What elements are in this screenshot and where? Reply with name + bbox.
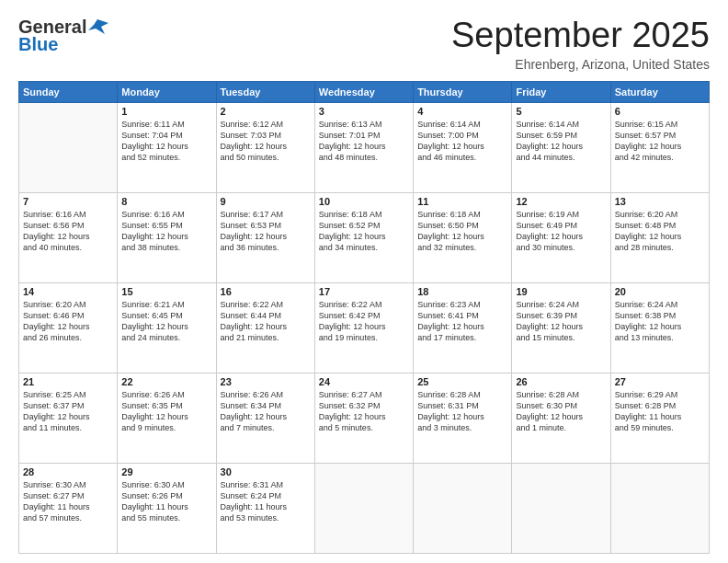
day-number: 19 (516, 286, 606, 297)
table-row: 13Sunrise: 6:20 AM Sunset: 6:48 PM Dayli… (610, 192, 709, 282)
day-info: Sunrise: 6:26 AM Sunset: 6:34 PM Dayligh… (221, 389, 311, 434)
day-info: Sunrise: 6:22 AM Sunset: 6:44 PM Dayligh… (221, 299, 311, 344)
day-number: 27 (615, 376, 705, 387)
day-info: Sunrise: 6:14 AM Sunset: 6:59 PM Dayligh… (516, 119, 606, 164)
col-tuesday: Tuesday (216, 81, 314, 102)
table-row: 5Sunrise: 6:14 AM Sunset: 6:59 PM Daylig… (512, 102, 610, 192)
table-row: 6Sunrise: 6:15 AM Sunset: 6:57 PM Daylig… (610, 102, 709, 192)
day-info: Sunrise: 6:18 AM Sunset: 6:50 PM Dayligh… (417, 209, 507, 254)
day-info: Sunrise: 6:28 AM Sunset: 6:31 PM Dayligh… (417, 389, 507, 434)
day-info: Sunrise: 6:20 AM Sunset: 6:48 PM Dayligh… (615, 209, 705, 254)
table-row (610, 463, 709, 553)
day-number: 18 (417, 286, 507, 297)
calendar-week-row: 21Sunrise: 6:25 AM Sunset: 6:37 PM Dayli… (19, 373, 710, 463)
day-number: 12 (516, 196, 606, 207)
col-thursday: Thursday (414, 81, 512, 102)
day-number: 1 (121, 106, 211, 117)
day-number: 25 (417, 376, 507, 387)
header: General Blue September 2025 Ehrenberg, A… (18, 17, 710, 72)
day-info: Sunrise: 6:13 AM Sunset: 7:01 PM Dayligh… (319, 119, 409, 164)
day-number: 26 (516, 376, 606, 387)
day-number: 5 (516, 106, 606, 117)
logo: General Blue (18, 17, 108, 55)
col-saturday: Saturday (610, 81, 709, 102)
table-row: 23Sunrise: 6:26 AM Sunset: 6:34 PM Dayli… (216, 373, 314, 463)
day-number: 23 (221, 376, 311, 387)
day-number: 10 (319, 196, 409, 207)
day-info: Sunrise: 6:27 AM Sunset: 6:32 PM Dayligh… (319, 389, 409, 434)
calendar-week-row: 1Sunrise: 6:11 AM Sunset: 7:04 PM Daylig… (19, 102, 710, 192)
day-info: Sunrise: 6:22 AM Sunset: 6:42 PM Dayligh… (319, 299, 409, 344)
table-row: 12Sunrise: 6:19 AM Sunset: 6:49 PM Dayli… (512, 192, 610, 282)
day-info: Sunrise: 6:20 AM Sunset: 6:46 PM Dayligh… (23, 299, 113, 344)
day-info: Sunrise: 6:30 AM Sunset: 6:26 PM Dayligh… (121, 479, 211, 524)
day-info: Sunrise: 6:25 AM Sunset: 6:37 PM Dayligh… (23, 389, 113, 434)
table-row (19, 102, 118, 192)
logo-bird-icon (88, 17, 108, 34)
day-number: 28 (23, 466, 113, 477)
day-number: 6 (615, 106, 705, 117)
day-number: 22 (121, 376, 211, 387)
day-number: 30 (221, 466, 311, 477)
day-info: Sunrise: 6:18 AM Sunset: 6:52 PM Dayligh… (319, 209, 409, 254)
col-sunday: Sunday (19, 81, 118, 102)
table-row: 2Sunrise: 6:12 AM Sunset: 7:03 PM Daylig… (216, 102, 314, 192)
day-info: Sunrise: 6:30 AM Sunset: 6:27 PM Dayligh… (23, 479, 113, 524)
month-title: September 2025 (451, 17, 710, 55)
day-number: 3 (319, 106, 409, 117)
day-info: Sunrise: 6:31 AM Sunset: 6:24 PM Dayligh… (221, 479, 311, 524)
location: Ehrenberg, Arizona, United States (451, 57, 710, 72)
col-monday: Monday (118, 81, 216, 102)
day-number: 24 (319, 376, 409, 387)
day-info: Sunrise: 6:24 AM Sunset: 6:39 PM Dayligh… (516, 299, 606, 344)
table-row: 8Sunrise: 6:16 AM Sunset: 6:55 PM Daylig… (118, 192, 216, 282)
day-info: Sunrise: 6:15 AM Sunset: 6:57 PM Dayligh… (615, 119, 705, 164)
table-row: 17Sunrise: 6:22 AM Sunset: 6:42 PM Dayli… (314, 282, 413, 373)
table-row: 9Sunrise: 6:17 AM Sunset: 6:53 PM Daylig… (216, 192, 314, 282)
table-row: 3Sunrise: 6:13 AM Sunset: 7:01 PM Daylig… (314, 102, 413, 192)
calendar-week-row: 28Sunrise: 6:30 AM Sunset: 6:27 PM Dayli… (19, 463, 710, 553)
day-number: 2 (221, 106, 311, 117)
day-info: Sunrise: 6:26 AM Sunset: 6:35 PM Dayligh… (121, 389, 211, 434)
table-row: 27Sunrise: 6:29 AM Sunset: 6:28 PM Dayli… (610, 373, 709, 463)
title-section: September 2025 Ehrenberg, Arizona, Unite… (451, 17, 710, 72)
day-info: Sunrise: 6:24 AM Sunset: 6:38 PM Dayligh… (615, 299, 705, 344)
day-number: 7 (23, 196, 113, 207)
day-number: 11 (417, 196, 507, 207)
table-row: 14Sunrise: 6:20 AM Sunset: 6:46 PM Dayli… (19, 282, 118, 373)
day-number: 20 (615, 286, 705, 297)
table-row: 24Sunrise: 6:27 AM Sunset: 6:32 PM Dayli… (314, 373, 413, 463)
day-info: Sunrise: 6:14 AM Sunset: 7:00 PM Dayligh… (417, 119, 507, 164)
table-row: 22Sunrise: 6:26 AM Sunset: 6:35 PM Dayli… (118, 373, 216, 463)
day-info: Sunrise: 6:11 AM Sunset: 7:04 PM Dayligh… (121, 119, 211, 164)
table-row: 30Sunrise: 6:31 AM Sunset: 6:24 PM Dayli… (216, 463, 314, 553)
table-row (314, 463, 413, 553)
logo-blue: Blue (18, 34, 58, 55)
table-row: 15Sunrise: 6:21 AM Sunset: 6:45 PM Dayli… (118, 282, 216, 373)
table-row: 29Sunrise: 6:30 AM Sunset: 6:26 PM Dayli… (118, 463, 216, 553)
day-number: 21 (23, 376, 113, 387)
table-row: 28Sunrise: 6:30 AM Sunset: 6:27 PM Dayli… (19, 463, 118, 553)
table-row: 25Sunrise: 6:28 AM Sunset: 6:31 PM Dayli… (414, 373, 512, 463)
day-number: 13 (615, 196, 705, 207)
table-row: 20Sunrise: 6:24 AM Sunset: 6:38 PM Dayli… (610, 282, 709, 373)
svg-marker-0 (88, 19, 108, 34)
day-number: 9 (221, 196, 311, 207)
table-row: 11Sunrise: 6:18 AM Sunset: 6:50 PM Dayli… (414, 192, 512, 282)
day-number: 15 (121, 286, 211, 297)
col-wednesday: Wednesday (314, 81, 413, 102)
table-row: 16Sunrise: 6:22 AM Sunset: 6:44 PM Dayli… (216, 282, 314, 373)
col-friday: Friday (512, 81, 610, 102)
calendar-table: Sunday Monday Tuesday Wednesday Thursday… (18, 81, 710, 554)
day-info: Sunrise: 6:23 AM Sunset: 6:41 PM Dayligh… (417, 299, 507, 344)
day-info: Sunrise: 6:17 AM Sunset: 6:53 PM Dayligh… (221, 209, 311, 254)
calendar-header-row: Sunday Monday Tuesday Wednesday Thursday… (19, 81, 710, 102)
table-row (512, 463, 610, 553)
day-info: Sunrise: 6:21 AM Sunset: 6:45 PM Dayligh… (121, 299, 211, 344)
day-number: 29 (121, 466, 211, 477)
day-number: 17 (319, 286, 409, 297)
table-row: 7Sunrise: 6:16 AM Sunset: 6:56 PM Daylig… (19, 192, 118, 282)
table-row (414, 463, 512, 553)
day-info: Sunrise: 6:19 AM Sunset: 6:49 PM Dayligh… (516, 209, 606, 254)
table-row: 1Sunrise: 6:11 AM Sunset: 7:04 PM Daylig… (118, 102, 216, 192)
